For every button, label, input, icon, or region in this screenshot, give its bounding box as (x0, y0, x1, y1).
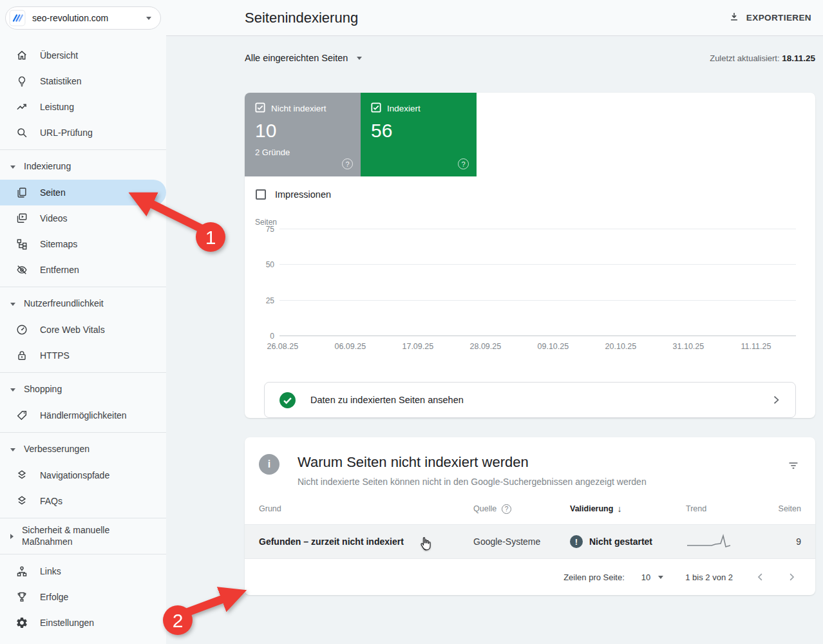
chart-plot-area: 755025026.08.2506.09.2517.09.2528.09.250… (279, 229, 796, 336)
sidebar-item-statistiken[interactable]: Statistiken (0, 68, 166, 94)
reasons-subtitle: Nicht indexierte Seiten können nicht in … (298, 477, 769, 487)
column-grund[interactable]: Grund (259, 504, 473, 513)
y-tick-label: 0 (270, 332, 274, 341)
validation-status: Nicht gestartet (589, 536, 652, 547)
sidebar-section-indexierung[interactable]: Indexierung (0, 154, 166, 180)
reasons-title: Warum Seiten nicht indexiert werden (298, 454, 769, 471)
bar-series (279, 229, 796, 336)
rows-per-page-select[interactable]: 10 (641, 573, 663, 582)
download-icon (728, 11, 740, 24)
lock-icon (15, 349, 28, 362)
sidebar-item-faqs[interactable]: FAQs (0, 488, 166, 514)
sidebar-item-seiten[interactable]: Seiten (0, 180, 166, 205)
sidebar-section-nutzerfreundlichkeit[interactable]: Nutzerfreundlichkeit (0, 291, 166, 317)
sidebar-divider (0, 287, 166, 287)
card-not-indexed[interactable]: Nicht indexiert 10 2 Gründe ? (245, 93, 361, 176)
sidebar-divider (0, 149, 166, 150)
indexing-chart: Seiten 755025026.08.2506.09.2517.09.2528… (255, 218, 796, 363)
sidebar-item-url-prufung[interactable]: URL-Prüfung (0, 120, 166, 146)
sitemap-icon (15, 238, 28, 251)
layers-icon (15, 469, 28, 482)
not-indexed-reasons-panel: i Warum Seiten nicht indexiert werden Ni… (245, 437, 815, 595)
sidebar-item-handlermoglichkeiten[interactable]: Händlermöglichkeiten (0, 402, 166, 428)
speedometer-icon (15, 323, 28, 336)
video-icon (15, 212, 28, 225)
y-tick-label: 25 (266, 296, 274, 305)
trend-sparkline (686, 533, 732, 550)
sidebar-divider (0, 372, 166, 373)
sidebar-item-ubersicht[interactable]: Übersicht (0, 43, 166, 68)
y-tick-label: 75 (266, 225, 274, 234)
column-quelle[interactable]: Quelle ? (473, 504, 570, 514)
help-icon[interactable]: ? (458, 158, 469, 169)
sidebar-item-videos[interactable]: Videos (0, 205, 166, 231)
sidebar: seo-revolution.com ÜbersichtStatistikenL… (0, 0, 166, 644)
x-tick-label: 06.09.25 (334, 342, 366, 351)
alert-icon: ! (570, 535, 583, 548)
x-tick-label: 31.10.25 (673, 342, 705, 351)
chevron-down-icon (357, 57, 362, 60)
caret-down-icon (10, 166, 15, 169)
sidebar-item-leistung[interactable]: Leistung (0, 94, 166, 120)
sidebar-item-https[interactable]: HTTPS (0, 343, 166, 368)
layers-icon (15, 495, 28, 507)
sidebar-section-sicherheit-manuelle-massnahmen[interactable]: Sicherheit & manuelle Maßnahmen (0, 522, 166, 550)
sidebar-item-core-web-vitals[interactable]: Core Web Vitals (0, 317, 166, 343)
sidebar-divider (0, 518, 166, 518)
next-page-button[interactable] (786, 571, 797, 583)
column-seiten[interactable]: Seiten (779, 504, 801, 513)
help-icon[interactable]: ? (342, 158, 353, 169)
eye-off-icon (15, 263, 28, 276)
page-header: Seitenindexierung EXPORTIEREN (166, 0, 823, 36)
property-name: seo-revolution.com (32, 13, 140, 23)
filter-list-icon[interactable] (787, 459, 800, 472)
caret-right-icon (10, 534, 14, 539)
sidebar-divider (0, 432, 166, 433)
y-tick-label: 50 (266, 260, 274, 269)
sidebar-item-erfolge[interactable]: Erfolge (0, 584, 166, 610)
sidebar-section-shopping[interactable]: Shopping (0, 377, 166, 402)
sidebar-item-entfernen[interactable]: Entfernen (0, 257, 166, 283)
sidebar-item-sitemaps[interactable]: Sitemaps (0, 231, 166, 257)
impressions-toggle[interactable]: Impressionen (256, 189, 815, 200)
caret-down-icon (10, 303, 15, 306)
chevron-down-icon (658, 576, 663, 579)
last-updated: Zuletzt aktualisiert: 18.11.25 (710, 53, 815, 63)
page-filter-dropdown[interactable]: Alle eingereichten Seiten (245, 53, 362, 63)
summary-cards: Nicht indexiert 10 2 Gründe ? Indexiert … (245, 93, 815, 176)
checked-checkbox-icon[interactable] (255, 102, 265, 115)
not-indexed-count: 10 (255, 120, 350, 142)
trending-up-icon (15, 100, 28, 113)
help-icon[interactable]: ? (502, 504, 511, 514)
column-validierung-sorted[interactable]: Validierung ↓ (570, 504, 686, 514)
indexed-count: 56 (371, 120, 466, 142)
property-logo-icon (9, 10, 26, 26)
pages-count: 9 (796, 536, 801, 547)
info-icon: i (259, 454, 279, 475)
x-tick-label: 17.09.25 (402, 342, 433, 351)
gear-icon (15, 616, 28, 629)
main-content: Seitenindexierung EXPORTIEREN Alle einge… (166, 0, 823, 644)
rows-per-page-label: Zeilen pro Seite: (563, 573, 625, 582)
sidebar-item-einstellungen[interactable]: Einstellungen (0, 610, 166, 636)
sidebar-nav: ÜbersichtStatistikenLeistungURL-PrüfungI… (0, 43, 166, 636)
pagination-range: 1 bis 2 von 2 (685, 573, 733, 582)
chevron-right-icon (770, 393, 782, 406)
sidebar-item-links[interactable]: Links (0, 558, 166, 584)
trophy-icon (15, 591, 28, 603)
unchecked-checkbox-icon[interactable] (256, 189, 266, 200)
sidebar-section-verbesserungen[interactable]: Verbesserungen (0, 437, 166, 462)
sidebar-item-navigationspfade[interactable]: Navigationspfade (0, 462, 166, 488)
table-pagination: Zeilen pro Seite: 10 1 bis 2 von 2 (245, 559, 815, 595)
checked-checkbox-icon[interactable] (371, 102, 381, 115)
x-tick-label: 20.10.25 (605, 342, 637, 351)
export-button[interactable]: EXPORTIEREN (728, 11, 811, 24)
card-indexed[interactable]: Indexiert 56 ? (361, 93, 477, 176)
column-trend[interactable]: Trend (686, 504, 760, 513)
x-tick-label: 09.10.25 (538, 342, 569, 351)
table-row-gefunden[interactable]: Gefunden – zurzeit nicht indexiert Googl… (245, 524, 815, 559)
property-selector[interactable]: seo-revolution.com (5, 6, 161, 30)
previous-page-button[interactable] (755, 571, 766, 583)
view-indexed-data-banner[interactable]: Daten zu indexierten Seiten ansehen (264, 382, 796, 418)
reason-label[interactable]: Gefunden – zurzeit nicht indexiert (259, 536, 473, 547)
